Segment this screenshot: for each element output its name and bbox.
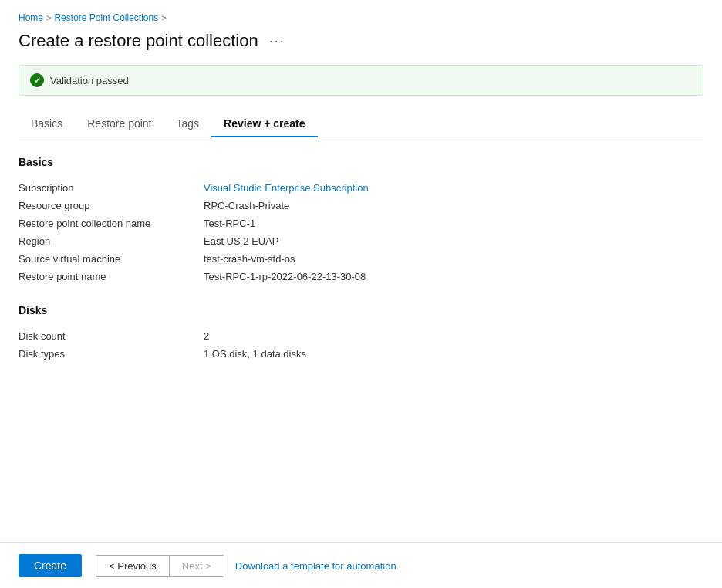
table-row: Region East US 2 EUAP xyxy=(19,232,703,250)
field-label-restore-point-name: Restore point name xyxy=(19,268,204,286)
next-button[interactable]: Next > xyxy=(169,555,224,577)
table-row: Restore point collection name Test-RPC-1 xyxy=(19,215,703,232)
breadcrumb-sep-2: > xyxy=(161,13,166,22)
footer: Create < Previous Next > Download a temp… xyxy=(0,542,722,588)
field-value-restore-point-name: Test-RPC-1-rp-2022-06-22-13-30-08 xyxy=(204,268,703,286)
field-value-disk-count: 2 xyxy=(204,327,703,345)
download-template-link[interactable]: Download a template for automation xyxy=(235,560,396,572)
field-label-disk-types: Disk types xyxy=(19,345,204,363)
field-value-collection-name: Test-RPC-1 xyxy=(204,215,703,232)
tabs: Basics Restore point Tags Review + creat… xyxy=(19,111,703,137)
field-value-subscription[interactable]: Visual Studio Enterprise Subscription xyxy=(204,182,369,194)
tab-review-create[interactable]: Review + create xyxy=(211,111,317,137)
field-value-resource-group: RPC-Crash-Private xyxy=(204,197,703,215)
field-label-disk-count: Disk count xyxy=(19,327,204,345)
create-button[interactable]: Create xyxy=(19,554,82,577)
tab-basics[interactable]: Basics xyxy=(19,111,75,137)
field-value-region: East US 2 EUAP xyxy=(204,232,703,250)
breadcrumb: Home > Restore Point Collections > xyxy=(19,12,703,23)
field-label-region: Region xyxy=(19,232,204,250)
basics-section-title: Basics xyxy=(19,156,703,168)
breadcrumb-collections[interactable]: Restore Point Collections xyxy=(54,12,158,23)
table-row: Restore point name Test-RPC-1-rp-2022-06… xyxy=(19,268,703,286)
field-label-resource-group: Resource group xyxy=(19,197,204,215)
validation-passed-icon xyxy=(30,73,44,87)
more-options-button[interactable]: ··· xyxy=(266,34,288,48)
table-row: Resource group RPC-Crash-Private xyxy=(19,197,703,215)
field-label-collection-name: Restore point collection name xyxy=(19,215,204,232)
validation-message: Validation passed xyxy=(50,75,129,86)
table-row: Disk count 2 xyxy=(19,327,703,345)
basics-detail-table: Subscription Visual Studio Enterprise Su… xyxy=(19,179,703,286)
field-value-disk-types: 1 OS disk, 1 data disks xyxy=(204,345,703,363)
page-title: Create a restore point collection xyxy=(19,31,258,51)
page-title-row: Create a restore point collection ··· xyxy=(19,31,703,51)
field-label-subscription: Subscription xyxy=(19,179,204,197)
navigation-buttons: < Previous Next > xyxy=(96,555,224,577)
disks-detail-table: Disk count 2 Disk types 1 OS disk, 1 dat… xyxy=(19,327,703,363)
tab-tags[interactable]: Tags xyxy=(164,111,212,137)
disks-section: Disks Disk count 2 Disk types 1 OS disk,… xyxy=(19,304,703,363)
table-row: Source virtual machine test-crash-vm-std… xyxy=(19,250,703,268)
breadcrumb-sep-1: > xyxy=(46,13,51,22)
validation-banner: Validation passed xyxy=(19,65,703,96)
previous-button[interactable]: < Previous xyxy=(96,555,169,577)
table-row: Disk types 1 OS disk, 1 data disks xyxy=(19,345,703,363)
field-value-source-vm: test-crash-vm-std-os xyxy=(204,250,703,268)
breadcrumb-home[interactable]: Home xyxy=(19,12,43,23)
tab-restore-point[interactable]: Restore point xyxy=(75,111,164,137)
disks-section-title: Disks xyxy=(19,304,703,316)
table-row: Subscription Visual Studio Enterprise Su… xyxy=(19,179,703,197)
field-label-source-vm: Source virtual machine xyxy=(19,250,204,268)
basics-section: Basics Subscription Visual Studio Enterp… xyxy=(19,156,703,286)
